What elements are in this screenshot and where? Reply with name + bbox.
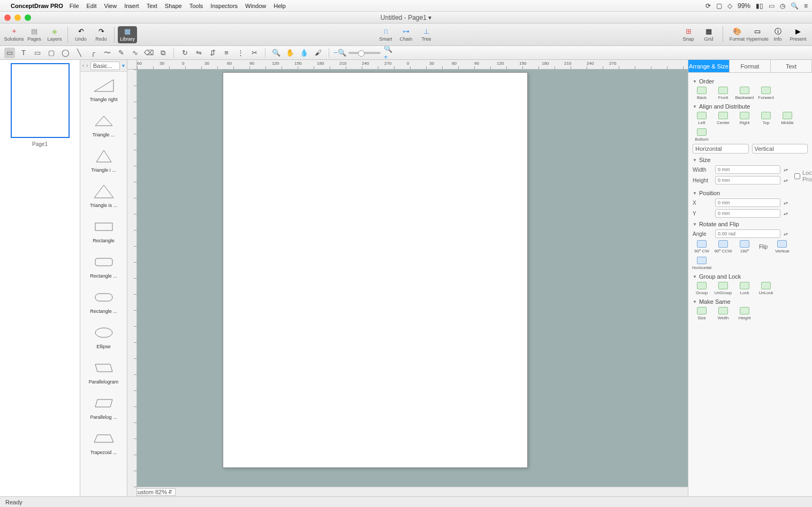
menu-extras-icon[interactable]: ≡ — [804, 2, 808, 10]
pencil-tool[interactable]: ✎ — [116, 48, 126, 58]
zoom-out-button[interactable]: −🔍 — [335, 48, 345, 58]
pan-tool[interactable]: ✋ — [285, 48, 295, 58]
shape-tri_iso[interactable]: Triangle i ... — [80, 142, 127, 178]
shape-tri_right[interactable]: Triangle right — [80, 72, 127, 107]
align-middle[interactable]: Middle — [778, 112, 796, 125]
zoom-in-button[interactable]: 🔍+ — [384, 48, 394, 58]
ellipse-tool[interactable]: ◯ — [60, 48, 71, 58]
solutions-button[interactable]: ✦Solutions — [4, 26, 24, 43]
shape-para2[interactable]: Parallelog ... — [80, 389, 127, 425]
flip-horizontal[interactable]: Horizontal — [693, 257, 711, 270]
order-forward[interactable]: Forward — [757, 87, 775, 100]
menu-window[interactable]: Window — [245, 3, 266, 9]
spotlight-icon[interactable]: 🔍 — [791, 2, 799, 10]
shape-rrect[interactable]: Rectangle ... — [80, 248, 127, 283]
width-input[interactable] — [715, 165, 780, 174]
present-button[interactable]: ▶Present — [788, 26, 808, 43]
x-input[interactable] — [715, 198, 780, 207]
tab-arrange-size[interactable]: Arrange & Size — [688, 60, 730, 72]
tab-text[interactable]: Text — [771, 60, 812, 72]
zoom-readout[interactable]: Custom 82% ⇵ — [131, 488, 176, 496]
snap-button[interactable]: ⊞Snap — [679, 26, 698, 43]
clone-tool[interactable]: ⧉ — [157, 48, 168, 58]
rotate-tool[interactable]: ↻ — [179, 48, 190, 58]
bezier-tool[interactable]: 〜 — [102, 48, 112, 58]
section-makesame[interactable]: Make Same — [693, 298, 808, 305]
rotate-90-cw[interactable]: 90º CW — [693, 240, 711, 253]
order-front[interactable]: Front — [714, 87, 732, 100]
lock-proportions-checkbox[interactable]: Lock Proportions — [794, 165, 812, 187]
format-button[interactable]: 🎨Format — [727, 26, 747, 43]
text-tool[interactable]: T — [18, 48, 29, 58]
sync-icon[interactable]: ⟳ — [705, 2, 711, 10]
grid-button[interactable]: ▦Grid — [699, 26, 718, 43]
order-backward[interactable]: Backward — [735, 87, 754, 100]
zoom-tool[interactable]: 🔍 — [271, 48, 282, 58]
page-thumbnail[interactable] — [11, 63, 70, 138]
canvas[interactable] — [137, 70, 688, 487]
info-button[interactable]: ⓘInfo — [768, 26, 787, 43]
menu-edit[interactable]: Edit — [87, 3, 97, 9]
select-tool[interactable]: ▭ — [4, 48, 15, 58]
menu-help[interactable]: Help — [274, 3, 286, 9]
section-size[interactable]: Size — [693, 157, 808, 163]
menu-insert[interactable]: Insert — [124, 3, 139, 9]
smart-connector-button[interactable]: ⎍Smart — [376, 26, 396, 43]
chain-connector-button[interactable]: ⊶Chain — [397, 26, 416, 43]
spline-tool[interactable]: ∿ — [130, 48, 140, 58]
redo-button[interactable]: ↷Redo — [92, 26, 111, 43]
menu-tools[interactable]: Tools — [189, 3, 203, 9]
shape-ellipse[interactable]: Ellipse — [80, 319, 127, 354]
section-align[interactable]: Align and Distribute — [693, 103, 808, 110]
distribute-tool[interactable]: ⋮ — [235, 48, 246, 58]
hypernote-button[interactable]: ▭Hypernote — [748, 26, 767, 43]
eyedropper-tool[interactable]: 💧 — [299, 48, 309, 58]
align-tool[interactable]: ≡ — [221, 48, 232, 58]
rotate-90-ccw[interactable]: 90º CCW — [714, 240, 732, 253]
section-group[interactable]: Group and Lock — [693, 273, 808, 280]
airplay-icon[interactable]: ▢ — [716, 2, 722, 10]
tab-format[interactable]: Format — [730, 60, 771, 72]
paint-tool[interactable]: 🖌 — [313, 48, 323, 58]
makesame-height[interactable]: Height — [735, 307, 754, 320]
shape-stadium[interactable]: Rectangle ... — [80, 283, 127, 319]
app-name[interactable]: ConceptDraw PRO — [11, 3, 63, 9]
wifi-icon[interactable]: ◇ — [727, 2, 732, 10]
distribute-horizontal-select[interactable]: Horizontal — [693, 144, 749, 153]
align-center[interactable]: Center — [714, 112, 732, 125]
eraser-tool[interactable]: ⌫ — [143, 48, 154, 58]
menu-inspectors[interactable]: Inspectors — [210, 3, 238, 9]
arc-tool[interactable]: ╭ — [88, 48, 98, 58]
rrect-tool[interactable]: ▢ — [46, 48, 57, 58]
library-button[interactable]: ▦Library — [118, 26, 137, 43]
shape-trap[interactable]: Trapezoid ... — [80, 425, 127, 460]
clock-icon[interactable]: ◷ — [780, 2, 785, 10]
minimize-button[interactable] — [14, 14, 21, 21]
height-input[interactable] — [715, 176, 780, 185]
rect-tool[interactable]: ▭ — [32, 48, 43, 58]
group-unlock[interactable]: UnLock — [757, 282, 775, 295]
y-input[interactable] — [715, 209, 780, 218]
group-lock[interactable]: Lock — [735, 282, 754, 295]
shapes-menu-button[interactable]: ▾ — [122, 63, 125, 68]
flip-vertical[interactable]: Vertical — [773, 240, 791, 253]
angle-input[interactable] — [715, 229, 780, 238]
tree-connector-button[interactable]: ⊥Tree — [417, 26, 436, 43]
pages-button[interactable]: ▤Pages — [25, 26, 44, 43]
fullscreen-button[interactable] — [25, 14, 31, 21]
shapes-fwd-button[interactable]: › — [86, 63, 88, 68]
section-rotate[interactable]: Rotate and Flip — [693, 221, 808, 227]
drawing-page[interactable] — [223, 72, 528, 468]
window-title[interactable]: Untitled - Page1 ▾ — [381, 14, 431, 21]
order-back[interactable]: Back — [693, 87, 711, 100]
makesame-width[interactable]: Width — [714, 307, 732, 320]
shapes-back-button[interactable]: ‹ — [82, 63, 84, 68]
shape-tri_eq[interactable]: Triangle ... — [80, 107, 127, 142]
shape-para[interactable]: Parallelogram — [80, 354, 127, 389]
align-bottom[interactable]: Bottom — [693, 128, 711, 142]
zoom-slider[interactable] — [348, 52, 381, 54]
section-position[interactable]: Position — [693, 190, 808, 196]
scissors-tool[interactable]: ✂ — [249, 48, 260, 58]
rotate-180-[interactable]: 180º — [735, 240, 754, 253]
menu-text[interactable]: Text — [147, 3, 157, 9]
